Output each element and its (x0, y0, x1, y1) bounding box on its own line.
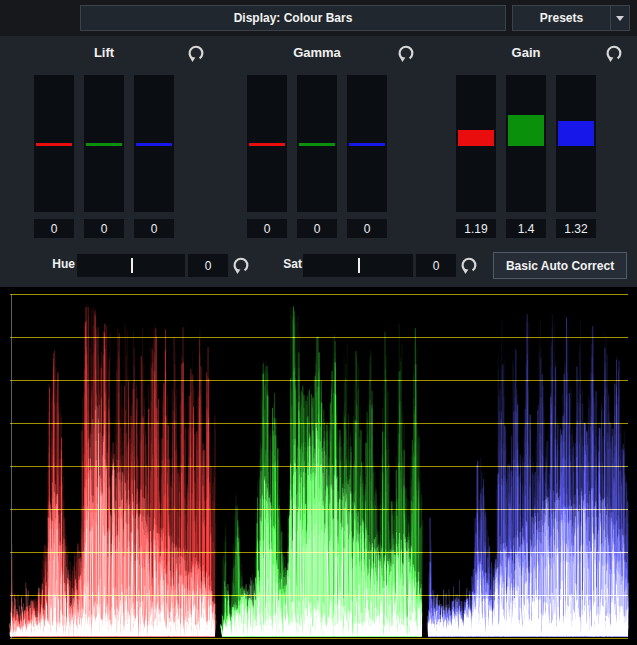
gamma-blue-slider[interactable] (347, 75, 387, 212)
reset-icon (187, 44, 205, 62)
hue-slider[interactable] (77, 254, 185, 277)
hue-value[interactable]: 0 (188, 254, 228, 277)
reset-icon (232, 256, 250, 274)
colour-correction-panel: Display: Colour Bars Presets Lift 0 0 0 … (0, 0, 637, 645)
gamma-blue-handle[interactable] (349, 143, 385, 146)
gamma-red-handle[interactable] (249, 143, 285, 146)
hue-reset-button[interactable] (231, 255, 251, 275)
hue-label: Hue (40, 257, 75, 271)
sat-value[interactable]: 0 (416, 254, 456, 277)
reset-icon (460, 256, 478, 274)
presets-split-button[interactable]: Presets (512, 5, 630, 31)
presets-button-label[interactable]: Presets (513, 6, 610, 30)
lift-blue-handle[interactable] (136, 143, 172, 146)
gamma-blue-value[interactable]: 0 (347, 219, 387, 238)
lift-red-handle[interactable] (36, 143, 72, 146)
reset-icon (397, 44, 415, 62)
lift-red-slider[interactable] (34, 75, 74, 212)
gamma-green-slider[interactable] (297, 75, 337, 212)
lift-green-slider[interactable] (84, 75, 124, 212)
presets-dropdown-button[interactable] (610, 6, 629, 30)
gamma-green-value[interactable]: 0 (297, 219, 337, 238)
lift-blue-slider[interactable] (134, 75, 174, 212)
sat-slider-handle[interactable] (358, 258, 360, 273)
lift-blue-value[interactable]: 0 (134, 219, 174, 238)
sat-reset-button[interactable] (459, 255, 479, 275)
gain-reset-button[interactable] (604, 43, 624, 63)
gamma-red-slider[interactable] (247, 75, 287, 212)
sat-label: Sat (272, 257, 302, 271)
control-panel: Lift 0 0 0 Gamma 0 0 0 Gain (0, 36, 637, 287)
gain-blue-handle[interactable] (558, 121, 594, 146)
lift-section-label: Lift (34, 45, 174, 60)
rgb-parade-scope (0, 287, 637, 645)
gamma-red-value[interactable]: 0 (247, 219, 287, 238)
gain-red-handle[interactable] (458, 130, 494, 146)
gain-blue-value[interactable]: 1.32 (556, 219, 596, 238)
gamma-reset-button[interactable] (396, 43, 416, 63)
lift-green-handle[interactable] (86, 143, 122, 146)
reset-icon (605, 44, 623, 62)
gain-green-value[interactable]: 1.4 (506, 219, 546, 238)
sat-slider[interactable] (303, 254, 413, 277)
gamma-section-label: Gamma (247, 45, 387, 60)
top-bar: Display: Colour Bars Presets (0, 0, 637, 36)
gain-green-handle[interactable] (508, 115, 544, 146)
gain-red-slider[interactable] (456, 75, 496, 212)
display-selector-button[interactable]: Display: Colour Bars (80, 5, 506, 31)
gain-green-slider[interactable] (506, 75, 546, 212)
hue-slider-handle[interactable] (131, 258, 133, 273)
lift-reset-button[interactable] (186, 43, 206, 63)
lift-green-value[interactable]: 0 (84, 219, 124, 238)
gain-red-value[interactable]: 1.19 (456, 219, 496, 238)
chevron-down-icon (616, 16, 624, 21)
lift-red-value[interactable]: 0 (34, 219, 74, 238)
gain-section-label: Gain (456, 45, 596, 60)
gain-blue-slider[interactable] (556, 75, 596, 212)
gamma-green-handle[interactable] (299, 143, 335, 146)
basic-auto-correct-button[interactable]: Basic Auto Correct (493, 252, 627, 279)
